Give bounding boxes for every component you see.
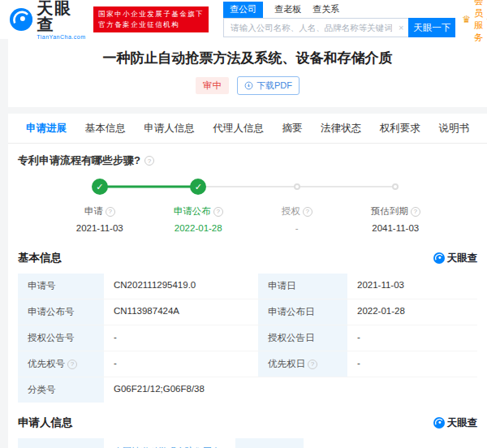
field-value: - [347,325,477,351]
field-label: 优先权号 ? [18,351,104,377]
field-label: 分类号 [18,377,104,403]
table-row: 优先权号 ? - 优先权日 ? - [18,351,477,377]
tab-basic-info[interactable]: 基本信息 [85,122,126,136]
vip-label: 会员服务 [474,0,484,44]
search-block: 查公司 查老板 查关系 × 天眼一下 [223,2,455,37]
status-badge: 审中 [196,77,229,94]
help-icon[interactable]: ? [411,207,420,217]
progress-question-text: 专利申请流程有哪些步骤? [18,153,140,168]
basic-info-table: 申请号 CN202111295419.0 申请日 2021-11-03 申请公布… [18,274,477,403]
field-value: CN113987424A [104,299,258,325]
progress-question-heading: 专利申请流程有哪些步骤? ? [18,153,477,168]
tab-applicant-info[interactable]: 申请人信息 [144,122,195,136]
field-value: CN202111295419.0 [104,274,258,299]
field-value: - [104,325,258,351]
table-row: 申请公布号 CN113987424A 申请公布日 2022-01-28 [18,299,477,325]
tianyancha-watermark: 天眼查 [433,252,478,265]
applicant-info-table: 申请（专利权）人 中国铁道科学研究院集团有限公司电子计算技术研究所 中铁程科技有… [18,438,477,448]
tianyancha-logo[interactable]: 天眼查 TianYanCha.com [10,0,87,40]
applicant-info-heading: 申请人信息 [18,416,73,430]
timeline-step-grant: 授权 ? - [248,178,347,233]
tianyancha-eye-icon [10,7,32,32]
download-pdf-button[interactable]: 下载PDF [237,76,300,95]
vip-services-menu[interactable]: ♛ 会员服务 ▾ [462,0,487,44]
step-label: 申请 [84,205,103,218]
tianyancha-eye-icon [433,417,445,429]
step-dot-pending [294,183,300,190]
help-icon[interactable]: ? [308,360,317,369]
tab-claims[interactable]: 权利要求 [380,122,420,136]
step-dot-done: ✓ [190,179,206,195]
field-label: 申请公布日 [258,299,347,325]
field-value: G06F21/12;G06F8/38 [104,377,477,403]
patent-timeline: ✓ 申请 ? 2021-11-03 ✓ 申请公布 ? 2022-01-28 授权 [50,178,445,233]
step-dot-pending [392,183,399,190]
table-row: 分类号 G06F21/12;G06F8/38 [18,377,477,403]
brand-name: 天眼查 [37,0,87,32]
tianyancha-watermark: 天眼查 [433,416,478,430]
search-tab-company[interactable]: 查公司 [223,2,263,18]
search-tabs: 查公司 查老板 查关系 [223,2,455,18]
help-icon[interactable]: ? [144,156,154,166]
check-icon: ✓ [96,182,103,192]
applicant-link[interactable]: 中国铁道科学研究院集团有限公司电子计算技术研究所 [114,445,226,448]
field-value: 2022-01-28 [347,299,477,325]
help-icon[interactable]: ? [67,360,77,369]
tab-agent-info[interactable]: 代理人信息 [213,122,264,136]
step-label: 预估到期 [371,205,408,218]
search-input[interactable] [223,18,408,37]
field-label: 申请公布号 [18,299,104,325]
tianyancha-eye-icon [433,252,445,264]
field-label: 申请号 [18,274,104,299]
crown-icon: ♛ [462,14,471,25]
timeline-step-publication: ✓ 申请公布 ? 2022-01-28 [149,178,248,233]
field-value: 2021-11-03 [347,274,477,299]
field-value: - [104,351,258,377]
timeline-step-apply: ✓ 申请 ? 2021-11-03 [50,178,149,233]
search-tab-relation[interactable]: 查关系 [312,2,339,18]
field-label-text: 优先权日 [268,358,305,370]
tab-description[interactable]: 说明书 [438,122,469,136]
tab-progress[interactable]: 申请进展 [26,122,67,136]
download-icon [244,81,253,90]
help-icon[interactable]: ? [106,207,115,217]
inventors-value: 蒋秋华;朱建生;单杏花;杨立鹏;徐东平;李雯;阎志远;刘相坤;李琪;李雁明;张智… [304,438,477,448]
step-dot-done: ✓ [92,179,108,195]
table-row: 授权公告号 - 授权公告日 - [18,325,477,351]
check-icon: ✓ [195,182,202,192]
tab-legal-status[interactable]: 法律状态 [321,122,361,136]
section-tabs: 申请进展 基本信息 申请人信息 代理人信息 摘要 法律状态 权利要求 说明书 [8,114,487,144]
field-label: 授权公告日 [258,325,347,351]
download-pdf-label: 下载PDF [256,80,292,92]
field-label: 发明人 [235,438,304,448]
patent-title-block: 一种防止自动抢票方法及系统、设备和存储介质 审中 下载PDF [8,39,487,107]
certification-line2: 官方备案企业征信机构 [98,19,204,30]
step-date: 2041-11-03 [372,223,419,233]
field-label: 申请日 [258,274,347,299]
field-label-text: 优先权号 [28,358,65,370]
certification-badge: 国家中小企业发展子基金旗下 官方备案企业征信机构 [93,6,209,32]
search-tab-boss[interactable]: 查老板 [274,2,301,18]
tab-abstract[interactable]: 摘要 [282,122,303,136]
brand-domain: TianYanCha.com [37,34,87,40]
top-header: 天眼查 TianYanCha.com 国家中小企业发展子基金旗下 官方备案企业征… [0,0,487,39]
step-date: - [295,223,299,233]
table-row: 申请号 CN202111295419.0 申请日 2021-11-03 [18,274,477,299]
search-button[interactable]: 天眼一下 [408,18,455,37]
field-value: - [347,351,477,377]
help-icon[interactable]: ? [213,207,223,217]
basic-info-section: 基本信息 天眼查 申请号 CN202111295419.0 申请日 2021-1… [18,251,477,403]
step-date: 2022-01-28 [175,223,222,233]
main-panel: 申请进展 基本信息 申请人信息 代理人信息 摘要 法律状态 权利要求 说明书 专… [8,114,487,448]
basic-info-heading: 基本信息 [18,251,62,265]
certification-line1: 国家中小企业发展子基金旗下 [98,9,204,19]
help-icon[interactable]: ? [303,207,312,217]
applicant-info-section: 申请人信息 天眼查 申请（专利权）人 中国铁道科学研究院集团有限公司电子计算技术… [18,416,477,448]
field-label: 授权公告号 [18,325,104,351]
step-label: 申请公布 [174,205,211,218]
field-label: 申请（专利权）人 [18,438,104,448]
field-label: 优先权日 ? [258,351,347,377]
watermark-text: 天眼查 [447,416,478,430]
clear-icon[interactable]: × [399,23,403,32]
applicants-list: 中国铁道科学研究院集团有限公司电子计算技术研究所 中铁程科技有限责任公司 北京经… [104,438,235,448]
